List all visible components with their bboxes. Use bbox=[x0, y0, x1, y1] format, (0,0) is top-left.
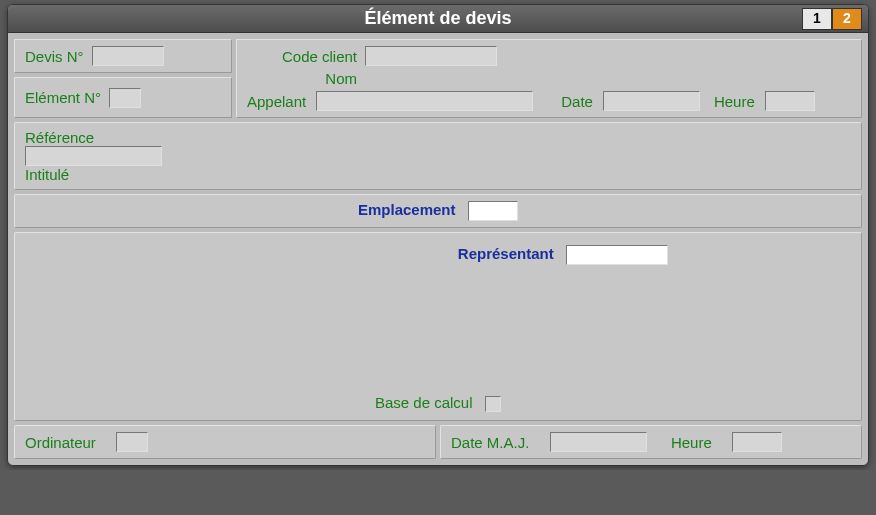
panel-reference: Référence Intitulé bbox=[14, 122, 862, 190]
panel-element: Elément N° bbox=[14, 77, 232, 118]
label-date: Date bbox=[561, 93, 593, 110]
panel-representant: Représentant Base de calcul bbox=[14, 232, 862, 421]
label-emplacement: Emplacement bbox=[358, 201, 456, 218]
window-body: Devis N° Elément N° Code client Nom Appe… bbox=[8, 33, 868, 465]
label-devis-no: Devis N° bbox=[25, 48, 84, 65]
label-appelant: Appelant bbox=[247, 93, 306, 110]
field-devis-no[interactable] bbox=[92, 46, 164, 66]
label-element-no: Elément N° bbox=[25, 89, 101, 106]
panel-date-maj: Date M.A.J. Heure bbox=[440, 425, 862, 459]
field-emplacement[interactable] bbox=[468, 201, 518, 221]
tab-2[interactable]: 2 bbox=[832, 8, 862, 30]
label-nom: Nom bbox=[247, 70, 357, 87]
checkbox-base-calcul[interactable] bbox=[485, 396, 501, 412]
panel-devis: Devis N° bbox=[14, 39, 232, 73]
field-date[interactable] bbox=[603, 91, 700, 111]
field-element-no[interactable] bbox=[109, 88, 141, 108]
label-heure: Heure bbox=[714, 93, 755, 110]
field-code-client[interactable] bbox=[365, 46, 497, 66]
titlebar: Élément de devis 1 2 bbox=[8, 5, 868, 33]
label-reference: Référence bbox=[25, 129, 94, 146]
field-reference[interactable] bbox=[25, 146, 162, 166]
label-heure-2: Heure bbox=[671, 434, 712, 451]
label-representant: Représentant bbox=[458, 245, 554, 262]
panel-emplacement: Emplacement bbox=[14, 194, 862, 228]
panel-ordinateur: Ordinateur bbox=[14, 425, 436, 459]
label-date-maj: Date M.A.J. bbox=[451, 434, 529, 451]
field-date-maj[interactable] bbox=[550, 432, 647, 452]
field-representant[interactable] bbox=[566, 245, 668, 265]
field-ordinateur[interactable] bbox=[116, 432, 148, 452]
label-ordinateur: Ordinateur bbox=[25, 434, 96, 451]
label-intitule: Intitulé bbox=[25, 166, 69, 183]
label-code-client: Code client bbox=[247, 48, 357, 65]
field-heure[interactable] bbox=[765, 91, 815, 111]
window-title: Élément de devis bbox=[16, 8, 860, 29]
field-heure-2[interactable] bbox=[732, 432, 782, 452]
field-appelant[interactable] bbox=[316, 91, 533, 111]
window: Élément de devis 1 2 Devis N° Elément N°… bbox=[7, 4, 869, 466]
page-tabs: 1 2 bbox=[802, 8, 862, 30]
panel-client: Code client Nom Appelant Date Heure bbox=[236, 39, 862, 118]
tab-1[interactable]: 1 bbox=[802, 8, 832, 30]
label-base-calcul: Base de calcul bbox=[375, 394, 473, 411]
